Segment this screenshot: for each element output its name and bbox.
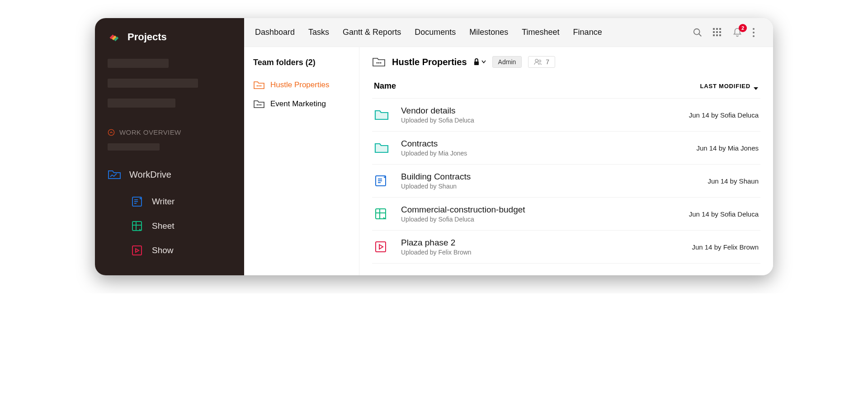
lock-icon[interactable] <box>473 58 486 66</box>
show-icon <box>130 245 144 256</box>
svg-point-22 <box>260 104 262 106</box>
sidebar-item-writer[interactable]: Writer <box>95 189 244 214</box>
svg-point-16 <box>753 35 755 37</box>
svg-point-0 <box>108 129 114 135</box>
tab-tasks[interactable]: Tasks <box>308 28 329 37</box>
svg-rect-30 <box>376 209 386 219</box>
tab-finance[interactable]: Finance <box>573 28 602 37</box>
column-modified-label: LAST MODIFIED <box>700 83 750 90</box>
file-type-icon <box>374 240 392 254</box>
files-header: Hustle Properties Admin 7 <box>372 56 760 76</box>
file-name: Vendor details <box>401 106 680 116</box>
section-label-text: WORK OVERVIEW <box>119 128 181 136</box>
placeholder-line <box>108 99 175 108</box>
more-menu-icon[interactable] <box>752 28 762 38</box>
nav-label: Writer <box>152 197 175 207</box>
file-meta: Commercial-construction-budgetUploaded b… <box>401 205 680 223</box>
apps-grid-icon[interactable] <box>712 28 722 38</box>
svg-point-25 <box>380 62 382 64</box>
file-row[interactable]: Plaza phase 2Uploaded by Felix BrownJun … <box>372 231 760 264</box>
sidebar-item-show[interactable]: Show <box>95 238 244 263</box>
team-folders-pane: Team folders (2) Hustle Properties Event… <box>244 47 359 275</box>
tab-documents[interactable]: Documents <box>415 28 456 37</box>
topbar-actions: 2 <box>693 28 762 38</box>
members-count: 7 <box>546 58 549 66</box>
sidebar-item-workdrive[interactable]: WorkDrive <box>95 162 244 187</box>
brand-logo-icon <box>108 31 121 43</box>
file-uploader: Uploaded by Sofia Deluca <box>401 216 680 223</box>
svg-point-23 <box>377 62 378 64</box>
file-uploader: Uploaded by Mia Jones <box>401 150 687 157</box>
file-uploader: Uploaded by Shaun <box>401 183 698 190</box>
svg-point-4 <box>694 28 700 34</box>
brand: Projects <box>95 31 244 54</box>
file-uploader: Uploaded by Felix Brown <box>401 249 683 256</box>
topbar: Dashboard Tasks Gantt & Reports Document… <box>244 18 773 47</box>
svg-point-17 <box>257 85 258 87</box>
team-folder-icon <box>372 56 386 68</box>
file-meta: Building ContractsUploaded by Shaun <box>401 172 698 190</box>
main-area: Dashboard Tasks Gantt & Reports Document… <box>244 18 773 275</box>
search-icon[interactable] <box>693 28 703 38</box>
svg-rect-9 <box>716 31 718 33</box>
folder-item-event-marketing[interactable]: Event Marketing <box>250 94 353 113</box>
nav-label: Show <box>152 245 174 255</box>
file-type-icon <box>374 207 392 221</box>
team-folder-icon <box>253 99 265 109</box>
svg-rect-5 <box>713 28 715 30</box>
file-modified: Jun 14 by Felix Brown <box>692 243 759 251</box>
svg-point-24 <box>378 62 380 64</box>
svg-point-19 <box>260 85 262 87</box>
sidebar: Projects WORK OVERVIEW WorkDrive <box>95 18 244 275</box>
folder-item-hustle-properties[interactable]: Hustle Properties <box>250 75 353 94</box>
people-icon <box>534 59 542 65</box>
current-folder-title: Hustle Properties <box>392 57 467 67</box>
files-pane: Hustle Properties Admin 7 Name LAST MODI… <box>359 47 773 275</box>
file-list: Vendor detailsUploaded by Sofia DelucaJu… <box>372 99 760 264</box>
chevron-down-icon <box>481 60 486 64</box>
file-row[interactable]: ContractsUploaded by Mia JonesJun 14 by … <box>372 132 760 165</box>
svg-point-18 <box>259 85 260 87</box>
file-modified: Jun 14 by Shaun <box>708 177 759 185</box>
chevron-up-icon <box>108 129 115 136</box>
svg-point-28 <box>539 60 541 62</box>
file-type-icon <box>374 174 392 188</box>
svg-point-15 <box>753 32 755 33</box>
app-frame: Projects WORK OVERVIEW WorkDrive <box>95 18 773 275</box>
file-row[interactable]: Building ContractsUploaded by ShaunJun 1… <box>372 165 760 198</box>
svg-rect-10 <box>719 31 721 33</box>
sidebar-section-work-overview[interactable]: WORK OVERVIEW <box>95 112 244 139</box>
file-name: Commercial-construction-budget <box>401 205 680 215</box>
sidebar-item-sheet[interactable]: Sheet <box>95 214 244 238</box>
column-last-modified[interactable]: LAST MODIFIED <box>700 81 759 91</box>
members-chip[interactable]: 7 <box>528 56 555 68</box>
column-name[interactable]: Name <box>374 81 396 91</box>
notifications-icon[interactable]: 2 <box>732 28 742 38</box>
writer-icon <box>130 196 144 207</box>
role-chip[interactable]: Admin <box>492 56 522 68</box>
file-name: Plaza phase 2 <box>401 238 683 248</box>
svg-rect-12 <box>716 34 718 36</box>
file-type-icon <box>374 141 392 154</box>
tab-timesheet[interactable]: Timesheet <box>522 28 559 37</box>
folder-label: Hustle Properties <box>270 80 329 90</box>
placeholder-line <box>108 143 160 151</box>
sort-desc-icon <box>753 83 759 90</box>
tab-gantt[interactable]: Gantt & Reports <box>343 28 401 37</box>
tab-dashboard[interactable]: Dashboard <box>255 28 295 37</box>
file-row[interactable]: Commercial-construction-budgetUploaded b… <box>372 198 760 231</box>
nav-label: WorkDrive <box>129 170 171 180</box>
svg-point-21 <box>259 104 260 106</box>
file-meta: ContractsUploaded by Mia Jones <box>401 139 687 157</box>
svg-rect-8 <box>713 31 715 33</box>
folder-label: Event Marketing <box>270 99 326 108</box>
team-folders-title: Team folders (2) <box>250 58 353 75</box>
file-type-icon <box>374 108 392 121</box>
workdrive-icon <box>108 169 121 180</box>
topbar-tabs: Dashboard Tasks Gantt & Reports Document… <box>255 28 680 37</box>
file-meta: Plaza phase 2Uploaded by Felix Brown <box>401 238 683 256</box>
file-row[interactable]: Vendor detailsUploaded by Sofia DelucaJu… <box>372 99 760 132</box>
svg-rect-2 <box>132 222 142 231</box>
tab-milestones[interactable]: Milestones <box>469 28 508 37</box>
svg-point-14 <box>753 28 755 30</box>
